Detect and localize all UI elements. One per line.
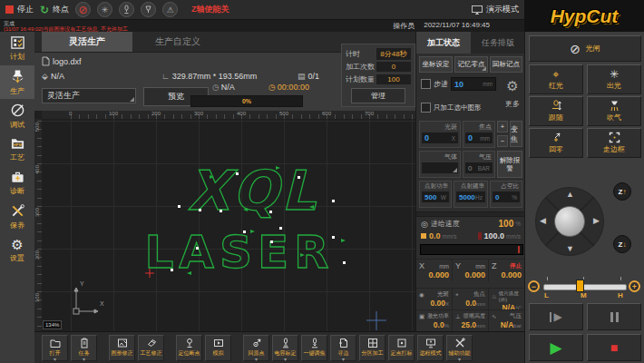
duty-cycle-field[interactable]: 占空比 0% [490, 181, 522, 208]
speed-label-high: H [618, 291, 623, 299]
sidebar-item-settings[interactable]: ⚙ 设置 [0, 233, 34, 267]
speed-slider-track[interactable] [543, 284, 627, 290]
hypcut-logo: HypCut [551, 5, 619, 27]
locate-breakpoint-button[interactable]: 定位断点 [176, 335, 202, 361]
step-checkbox[interactable] [421, 79, 431, 89]
speed-plus-button[interactable]: + [629, 280, 640, 292]
jog-knob[interactable] [554, 206, 585, 237]
sidebar-item-plan[interactable]: 计划 [0, 32, 34, 65]
origin-axis-indicator [73, 288, 98, 314]
remote-mode-button[interactable]: 远程模式 [417, 335, 444, 361]
operator-label[interactable]: 操作员 [393, 21, 415, 31]
clear-alarm-button[interactable]: 解除报警 [497, 151, 522, 178]
jog-pad[interactable]: ▲ ▼ ◀ ▶ [535, 187, 604, 256]
feed-slider[interactable] [420, 244, 523, 255]
drawing-canvas-area[interactable]: 0 100 200 300 400 500 600 700 500 400 30… [34, 111, 415, 331]
speed-minus-button[interactable]: − [528, 280, 540, 292]
spot-field[interactable]: 光斑 0X [419, 121, 461, 148]
capacitance-calibration-button[interactable]: 电容标定▾ [272, 335, 298, 361]
dry-run-button[interactable]: ▶ [529, 303, 583, 330]
blow-air-button[interactable]: 吹气 [587, 96, 641, 126]
z-down-button[interactable]: Z↓ [613, 235, 631, 253]
count-field: ▤ 0/1 [298, 72, 319, 81]
emit-light-button[interactable]: ✳ 出光 [587, 64, 641, 94]
laser-light-icon[interactable]: ✳ [97, 2, 112, 17]
sidebar-item-process[interactable]: HPM 工艺 [0, 132, 34, 166]
brand-area: HypCut [524, 0, 644, 32]
capacitive-sensor-icon[interactable] [119, 2, 134, 17]
stop-button[interactable]: 停止 [5, 4, 34, 15]
demo-mode-label: 演示模式 [486, 4, 519, 15]
more-button[interactable]: ⚙ 更多 [502, 79, 523, 109]
home-button[interactable]: 回零 [529, 128, 583, 158]
pause-button[interactable] [587, 303, 641, 330]
zoom-focus-button[interactable]: 变焦 [510, 121, 522, 147]
speed-slider-handle[interactable] [576, 280, 584, 292]
sidebar-item-maintenance[interactable]: 保养 [0, 200, 34, 233]
count-value: 0 [376, 62, 411, 72]
focus-field[interactable]: 焦点 0mm [463, 121, 495, 148]
toolbox-icon [10, 170, 25, 184]
z-up-button[interactable]: Z↑ [613, 182, 631, 201]
back-to-mark-button[interactable]: 回标记点 [490, 56, 522, 73]
nozzle-height-status: ⊥喷嘴高度 25.0mm [453, 309, 489, 331]
focus-plus-button[interactable]: + [497, 121, 508, 132]
manage-button[interactable]: 管理 [351, 88, 405, 103]
tab-custom-production[interactable]: 生产自定义 [132, 32, 223, 52]
burst-power-field[interactable]: 点射功率 500W [419, 181, 452, 208]
tab-machining-status[interactable]: 加工状态 [416, 32, 471, 54]
endpoint-button[interactable]: ↻ 终点 [40, 4, 69, 15]
only-selected-checkbox[interactable] [421, 103, 431, 113]
sidebar-item-production[interactable]: 生产 [0, 65, 34, 99]
capacitor-head-icon [280, 338, 291, 348]
material-icon: ⬙ [42, 72, 48, 81]
return-origin-button[interactable]: 回原点▾ [243, 335, 269, 361]
sidebar-item-diagnosis[interactable]: 诊断 [0, 166, 34, 200]
laser-disabled-icon[interactable]: ⊘ [75, 2, 91, 17]
shutter-button[interactable]: ⊘ 光闸 [529, 35, 641, 62]
edge-seek-button[interactable]: 寻边▾ [330, 335, 356, 361]
follow-button[interactable]: 跟随 [529, 96, 583, 126]
sidebar-item-debug[interactable]: 调试 [0, 99, 34, 132]
demo-mode-toggle[interactable]: 演示模式 [472, 4, 519, 15]
endpoint-icon: ↻ [40, 5, 49, 15]
task-button[interactable]: 任务▾ [71, 335, 97, 361]
step-row: 步进 [421, 79, 448, 89]
canvas-viewport[interactable]: XQL LASER [42, 119, 415, 331]
speed-range-row: 0.0 mm/s 100.0 mm/s [421, 231, 521, 240]
nozzle-icon[interactable] [141, 2, 156, 17]
machine-position-crosshair [366, 311, 386, 330]
memory-zero-button[interactable]: 记忆零点 [454, 56, 488, 73]
top-toolbar: 停止 ↻ 终点 ⊘ ✳ ⚠ Z轴使能关 演示模式 [0, 0, 524, 20]
auxiliary-functions-button[interactable]: 辅助功能▾ [446, 335, 473, 361]
tab-task-layout[interactable]: 任务排版 [471, 32, 525, 54]
gas-select[interactable] [422, 162, 458, 173]
focus-minus-button[interactable]: − [497, 135, 508, 147]
zone-machining-button[interactable]: 分区加工 [359, 335, 385, 361]
one-key-focus-button[interactable]: 一键调焦 [301, 335, 327, 361]
process-correction-button[interactable]: 工艺修正 [138, 335, 164, 361]
step-input[interactable]: 10 mm [451, 77, 496, 91]
file-icon [42, 56, 50, 66]
open-file-button[interactable]: 打开▾ [42, 335, 68, 361]
tab-flexible-production[interactable]: 灵活生产 [42, 32, 132, 52]
alarm-icon[interactable]: ⚠ [162, 2, 178, 17]
jog-left-arrow[interactable]: ◀ [540, 216, 546, 225]
stop-machining-button[interactable]: ■ [587, 334, 641, 361]
burst-frequency-field[interactable]: 点射频率 5000Hz [454, 181, 488, 208]
pressure-icon: ∿ [492, 313, 496, 320]
count-label: 加工次数 [346, 62, 375, 72]
simulate-button[interactable]: 模拟 [205, 335, 231, 361]
production-mode-select[interactable]: 灵活生产 [42, 88, 136, 103]
start-button[interactable]: ▶ [529, 334, 583, 361]
spot-marking-button[interactable]: 定点打标 [388, 335, 415, 361]
dimensions-icon: ∟ [161, 72, 170, 81]
trace-frame-button[interactable]: 走边框 [587, 128, 641, 158]
jog-down-arrow[interactable]: ▼ [566, 244, 574, 253]
coordinate-set-button[interactable]: 坐标设定 [419, 56, 453, 73]
red-light-button[interactable]: ⌖ 红光 [529, 64, 583, 94]
graphic-correction-button[interactable]: 图形修正 [109, 335, 135, 361]
jog-up-arrow[interactable]: ▲ [566, 190, 574, 199]
jog-right-arrow[interactable]: ▶ [593, 216, 600, 225]
speed-tick-high [620, 277, 621, 280]
